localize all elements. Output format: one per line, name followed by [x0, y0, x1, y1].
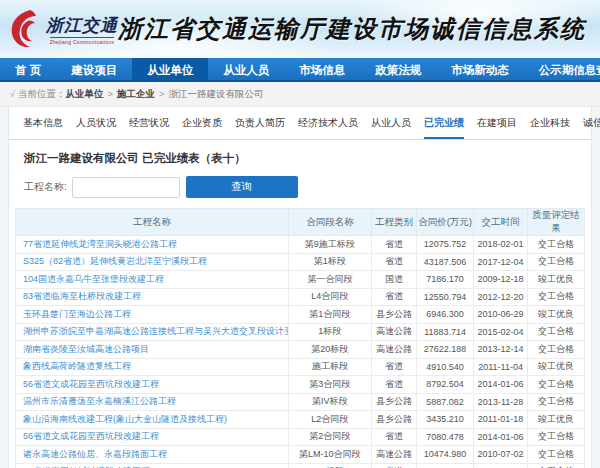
category-cell: 高速公路 — [371, 341, 417, 359]
tab-6[interactable]: 经济技术人员 — [298, 116, 358, 139]
content-card: 基本信息人员状况经营状况企业资质负责人简历经济技术人员从业人员已完业绩在建项目企… — [8, 107, 592, 468]
nav-item-4[interactable]: 从业人员 — [208, 58, 284, 80]
project-name-cell: 56省道文成花园至西坑段改建工程 — [16, 376, 289, 394]
contract-price-cell: 12550.794 — [417, 288, 474, 306]
project-link[interactable]: 象山沿海南线改建工程(象山大金山隧道及接线工程) — [23, 414, 227, 424]
contract-section-cell: 第3合同段 — [289, 376, 372, 394]
tab-4[interactable]: 企业资质 — [182, 116, 222, 139]
project-name-cell: 104国道永嘉乌牛至张堡段改建工程 — [16, 271, 289, 289]
column-header: 合同段名称 — [289, 209, 372, 236]
project-link[interactable]: 象西线高荷岭隧道复线工程 — [23, 361, 131, 371]
contract-section-cell: L1标段 — [289, 463, 372, 468]
logo-swirl-icon — [8, 9, 42, 49]
category-cell: 高速公路 — [371, 323, 417, 341]
contract-price-cell: 7080.478 — [417, 428, 474, 446]
table-row: 104国道永嘉乌牛至张堡段改建工程第一合同段国道7186.1702009-12-… — [16, 271, 585, 289]
nav-item-8[interactable]: 公示期信息查询 — [524, 58, 600, 80]
quality-result-cell: 交工合格 — [528, 463, 585, 468]
quality-result-cell: 交工合格 — [528, 393, 585, 411]
contract-section-cell: 第20标段 — [289, 341, 372, 359]
category-cell: 省道 — [371, 463, 417, 468]
table-header: 工程名称合同段名称工程类别合同价(万元)交工时间质量评定结果 — [16, 209, 585, 236]
nav-item-2[interactable]: 建设项目 — [56, 58, 132, 80]
handover-date-cell: 2015-02-04 — [474, 323, 528, 341]
column-header: 合同价(万元) — [417, 209, 474, 236]
handover-date-cell: 2011-01-18 — [474, 411, 528, 429]
quality-result-cell: 交工合格 — [528, 446, 585, 464]
project-link[interactable]: S325（82省道）延伸线黄岩北洋至宁溪段工程 — [23, 256, 207, 266]
category-cell: 省道 — [371, 358, 417, 376]
contract-section-cell: 施工标段 — [289, 358, 372, 376]
project-name-cell: 诸永高速公路仙居、永嘉段路面工程 — [16, 446, 289, 464]
project-link[interactable]: 104国道永嘉乌牛至张堡段改建工程 — [23, 274, 164, 284]
project-link[interactable]: 湖南省炎陵至汝城高速公路项目 — [23, 344, 149, 354]
handover-date-cell: 2014-01-06 — [474, 376, 528, 394]
contract-price-cell: 43187.506 — [417, 253, 474, 271]
project-link[interactable]: 诸永高速公路仙居、永嘉段路面工程 — [23, 449, 167, 459]
quality-result-cell: 竣工优良 — [528, 358, 585, 376]
project-name-cell: 湖州申苏浙皖至申嘉湖高速公路连接线工程与吴兴大道交叉段设计变更施工 — [16, 323, 289, 341]
category-cell: 省道 — [371, 288, 417, 306]
breadcrumb-item-2[interactable]: 施工企业 — [117, 88, 155, 99]
column-header: 质量评定结果 — [528, 209, 585, 236]
category-cell: 县乡公路 — [371, 411, 417, 429]
nav-item-7[interactable]: 市场新动态 — [436, 58, 524, 80]
quality-result-cell: 竣工优良 — [528, 411, 585, 429]
table-row: 象山沿海南线改建工程(象山大金山隧道及接线工程)L2合同段县乡公路3435.21… — [16, 411, 585, 429]
table-row: 77省道延伸线龙湾至洞头晓港公路工程第9施工标段省道12075.7522018-… — [16, 236, 585, 254]
contract-price-cell: 4910.540 — [417, 358, 474, 376]
contract-price-cell: 3435.210 — [417, 411, 474, 429]
tab-9[interactable]: 在建项目 — [477, 116, 517, 139]
project-name-cell: 77省道延伸线龙湾至洞头晓港公路工程 — [16, 236, 289, 254]
table-row: S325（82省道）延伸线黄岩北洋至宁溪段工程第1标段省道43187.50620… — [16, 253, 585, 271]
quality-result-cell: 交工合格 — [528, 253, 585, 271]
tab-10[interactable]: 企业科技 — [530, 116, 570, 139]
tab-5[interactable]: 负责人简历 — [235, 116, 285, 139]
nav-item-1[interactable]: 首 页 — [0, 58, 56, 80]
tab-8[interactable]: 已完业绩 — [424, 116, 464, 139]
site-title: 浙江省交通运输厅建设市场诚信信息系统 — [118, 13, 600, 45]
quality-result-cell: 交工合格 — [528, 323, 585, 341]
handover-date-cell: 2017-12-04 — [474, 253, 528, 271]
site-banner: 浙江交通 Zhejiang Communications 浙江省交通运输厅建设市… — [0, 0, 600, 58]
project-link[interactable]: 77省道延伸线龙湾至洞头晓港公路工程 — [23, 239, 177, 249]
tab-2[interactable]: 人员状况 — [76, 116, 116, 139]
table-row: 湖南省炎陵至汝城高速公路项目第20标段高速公路27622.1882013-12-… — [16, 341, 585, 359]
search-label: 工程名称: — [24, 180, 67, 194]
sheet-title: 浙江一路建设有限公司 已完业绩表（表十） — [9, 140, 591, 166]
contract-section-cell: 第LM-10合同段 — [289, 446, 372, 464]
table-row: 象西线高荷岭隧道复线工程施工标段省道4910.5402011-11-04竣工优良 — [16, 358, 585, 376]
table-row: 56省道文成花园至西坑段改建工程第2合同段省道7080.4782014-01-0… — [16, 428, 585, 446]
breadcrumb-item-1[interactable]: 从业单位 — [65, 88, 103, 99]
column-header: 交工时间 — [474, 209, 528, 236]
handover-date-cell: 2010-06-29 — [474, 306, 528, 324]
table-row: 83省道临海至杜桥段改建工程L4合同段省道12550.7942012-12-20… — [16, 288, 585, 306]
project-name-input[interactable] — [72, 177, 180, 198]
contract-price-cell: 8792.504 — [417, 376, 474, 394]
project-link[interactable]: 83省道临海至杜桥段改建工程 — [23, 291, 141, 301]
table-row: 49省道青田鹤城过境段改建工程L1标段省道6834.5432014-04-28交… — [16, 463, 585, 468]
tab-3[interactable]: 经营状况 — [129, 116, 169, 139]
project-link[interactable]: 56省道文成花园至西坑段改建工程 — [23, 379, 159, 389]
contract-price-cell: 5887.082 — [417, 393, 474, 411]
tab-1[interactable]: 基本信息 — [23, 116, 63, 139]
project-link[interactable]: 56省道文成花园至西坑段改建工程 — [23, 431, 159, 441]
nav-item-5[interactable]: 市场信息 — [284, 58, 360, 80]
contract-section-cell: L4合同段 — [289, 288, 372, 306]
company-tabs: 基本信息人员状况经营状况企业资质负责人简历经济技术人员从业人员已完业绩在建项目企… — [9, 107, 591, 140]
project-link[interactable]: 玉环县楚门至海边公路工程 — [23, 309, 131, 319]
nav-item-6[interactable]: 政策法规 — [360, 58, 436, 80]
project-link[interactable]: 湖州申苏浙皖至申嘉湖高速公路连接线工程与吴兴大道交叉段设计变更施工 — [23, 326, 289, 336]
project-link[interactable]: 温州市乐清雁荡至永嘉楠溪江公路工程 — [23, 396, 176, 406]
search-form: 工程名称: 查询 — [9, 166, 591, 206]
quality-result-cell: 交工合格 — [528, 236, 585, 254]
column-header: 工程名称 — [16, 209, 289, 236]
contract-price-cell: 11883.714 — [417, 323, 474, 341]
tab-11[interactable]: 诚信记录 — [583, 116, 600, 139]
project-name-cell: 象山沿海南线改建工程(象山大金山隧道及接线工程) — [16, 411, 289, 429]
contract-section-cell: 1标段 — [289, 323, 372, 341]
nav-item-3[interactable]: 从业单位 — [132, 58, 208, 80]
tab-7[interactable]: 从业人员 — [371, 116, 411, 139]
search-button[interactable]: 查询 — [186, 176, 298, 198]
handover-date-cell: 2012-12-20 — [474, 288, 528, 306]
